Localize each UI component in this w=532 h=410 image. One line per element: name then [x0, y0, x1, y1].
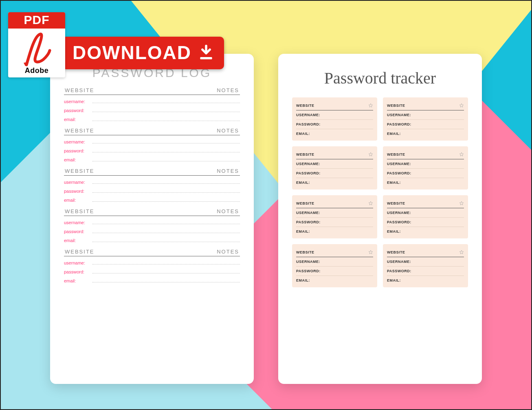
tracker-card: WEBSITE USERNAME: PASSWORD: EMAIL:: [383, 97, 468, 141]
fill-line: [92, 99, 240, 103]
password-label: PASSWORD:: [296, 169, 373, 178]
tracker-card: WEBSITE USERNAME: PASSWORD: EMAIL:: [292, 195, 377, 238]
star-icon: [459, 103, 464, 108]
card-website-row: WEBSITE: [296, 101, 373, 110]
email-label: EMAIL:: [387, 276, 464, 285]
password-label: password:: [64, 148, 88, 153]
email-label: EMAIL:: [387, 129, 464, 138]
star-icon: [459, 250, 464, 255]
pdf-icon: PDF Adobe: [8, 12, 65, 77]
star-icon: [368, 152, 373, 157]
email-label: email:: [64, 198, 88, 203]
username-label: username:: [64, 180, 88, 185]
email-label: EMAIL:: [296, 178, 373, 187]
card-website-row: WEBSITE: [296, 150, 373, 159]
download-label: DOWNLOAD: [73, 42, 191, 64]
star-icon: [459, 152, 464, 157]
pdf-label: PDF: [8, 12, 65, 29]
log-entry: WEBSITE NOTES username: password: email:: [64, 86, 240, 122]
notes-heading: NOTES: [217, 168, 239, 174]
username-label: username:: [64, 139, 88, 144]
website-heading: WEBSITE: [65, 249, 95, 255]
card-website-row: WEBSITE: [296, 198, 373, 208]
log-entry: WEBSITE NOTES username: password: email:: [64, 166, 240, 203]
password-label: PASSWORD:: [387, 267, 464, 276]
password-label: PASSWORD:: [296, 218, 373, 227]
fill-line: [92, 278, 240, 282]
username-label: USERNAME:: [296, 208, 373, 218]
password-tracker-page: Password tracker WEBSITE USERNAME: PASSW…: [278, 54, 482, 384]
fill-line: [92, 148, 240, 152]
adobe-label: Adobe: [8, 66, 65, 75]
log-entry: WEBSITE NOTES username: password: email:: [64, 207, 240, 243]
email-label: EMAIL:: [387, 227, 464, 236]
log-header: WEBSITE NOTES: [64, 126, 240, 135]
website-label: WEBSITE: [387, 201, 405, 205]
website-label: WEBSITE: [296, 250, 314, 254]
log-entry: WEBSITE NOTES username: password: email:: [64, 126, 240, 162]
website-heading: WEBSITE: [65, 87, 95, 93]
download-button[interactable]: DOWNLOAD: [62, 37, 224, 69]
fill-line: [92, 108, 240, 112]
fill-line: [92, 229, 240, 233]
email-label: EMAIL:: [296, 276, 373, 285]
username-label: username:: [64, 220, 88, 225]
fill-line: [92, 139, 240, 143]
tracker-card: WEBSITE USERNAME: PASSWORD: EMAIL:: [292, 97, 377, 141]
email-label: EMAIL:: [296, 129, 373, 138]
log-header: WEBSITE NOTES: [64, 247, 240, 256]
password-label: PASSWORD:: [296, 120, 373, 129]
username-label: username:: [64, 260, 88, 265]
fill-line: [92, 180, 240, 184]
website-label: WEBSITE: [296, 152, 314, 157]
tracker-card: WEBSITE USERNAME: PASSWORD: EMAIL:: [383, 244, 468, 287]
download-arrow-icon: [197, 44, 215, 62]
password-label: PASSWORD:: [296, 267, 373, 276]
star-icon: [368, 103, 373, 108]
password-label: PASSWORD:: [387, 169, 464, 178]
email-label: EMAIL:: [387, 178, 464, 187]
email-label: email:: [64, 117, 88, 122]
username-label: USERNAME:: [387, 110, 464, 120]
website-label: WEBSITE: [296, 104, 314, 108]
star-icon: [368, 201, 373, 206]
card-website-row: WEBSITE: [387, 101, 464, 110]
tracker-card: WEBSITE USERNAME: PASSWORD: EMAIL:: [292, 244, 377, 287]
fill-line: [92, 238, 240, 242]
website-label: WEBSITE: [387, 152, 405, 157]
username-label: USERNAME:: [296, 110, 373, 120]
card-website-row: WEBSITE: [387, 150, 464, 159]
fill-line: [92, 220, 240, 224]
card-website-row: WEBSITE: [387, 247, 464, 257]
password-label: PASSWORD:: [387, 120, 464, 129]
password-label: password:: [64, 269, 88, 274]
fill-line: [92, 117, 240, 121]
log-header: WEBSITE NOTES: [64, 86, 240, 95]
tracker-card: WEBSITE USERNAME: PASSWORD: EMAIL:: [383, 146, 468, 190]
email-label: email:: [64, 238, 88, 243]
website-heading: WEBSITE: [65, 208, 95, 214]
adobe-swirl-icon: [20, 30, 53, 67]
tracker-card: WEBSITE USERNAME: PASSWORD: EMAIL:: [383, 195, 468, 238]
tracker-card: WEBSITE USERNAME: PASSWORD: EMAIL:: [292, 146, 377, 190]
fill-line: [92, 269, 240, 273]
website-label: WEBSITE: [296, 201, 314, 205]
log-header: WEBSITE NOTES: [64, 207, 240, 216]
username-label: USERNAME:: [296, 159, 373, 169]
log-entry: WEBSITE NOTES username: password: email:: [64, 247, 240, 283]
website-heading: WEBSITE: [65, 128, 95, 134]
website-heading: WEBSITE: [65, 168, 95, 174]
password-label: PASSWORD:: [387, 218, 464, 227]
password-log-page: PASSWORD LOG WEBSITE NOTES username: pas…: [50, 54, 254, 384]
email-label: email:: [64, 157, 88, 162]
fill-line: [92, 260, 240, 265]
email-label: EMAIL:: [296, 227, 373, 236]
username-label: USERNAME:: [296, 257, 373, 267]
pdf-badge: PDF Adobe: [8, 12, 65, 77]
password-label: password:: [64, 108, 88, 113]
card-website-row: WEBSITE: [387, 198, 464, 208]
card-website-row: WEBSITE: [296, 247, 373, 257]
notes-heading: NOTES: [217, 87, 239, 93]
password-label: password:: [64, 189, 88, 194]
fill-line: [92, 198, 240, 202]
